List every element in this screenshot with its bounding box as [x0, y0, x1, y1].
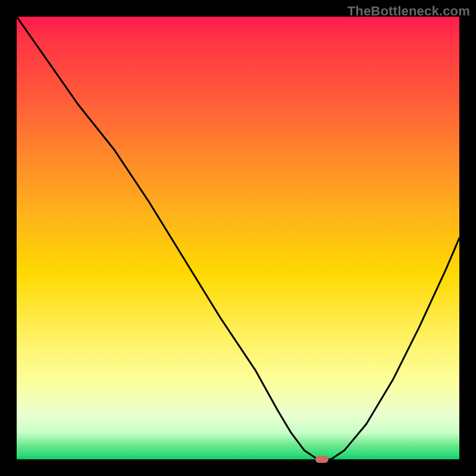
curve-path: [17, 17, 459, 459]
bottleneck-curve: [17, 17, 459, 459]
optimal-marker: [315, 456, 328, 463]
watermark-label: TheBottleneck.com: [347, 4, 470, 19]
chart-frame: TheBottleneck.com: [0, 0, 476, 476]
plot-area: [17, 17, 459, 459]
